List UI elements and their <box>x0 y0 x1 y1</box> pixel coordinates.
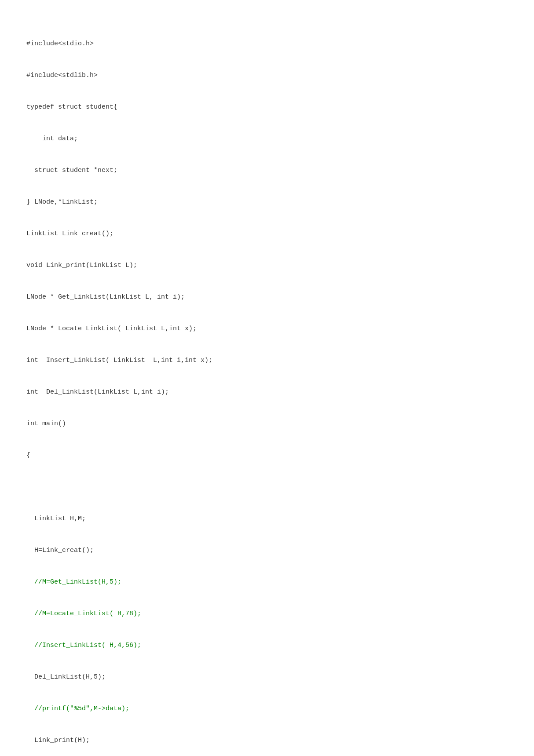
code-line-19: //M=Locate_LinkList( H,78); <box>26 609 508 619</box>
code-editor: #include<stdio.h> #include<stdlib.h> typ… <box>0 0 534 756</box>
code-line-9: LNode * Get_LinkList(LinkList L, int i); <box>26 292 508 303</box>
code-line-17: H=Link_creat(); <box>26 545 508 556</box>
code-line-13: int main() <box>26 419 508 429</box>
code-line-6: } LNode,*LinkList; <box>26 197 508 208</box>
code-line-22: //printf("%5d",M->data); <box>26 704 508 714</box>
code-line-7: LinkList Link_creat(); <box>26 229 508 239</box>
code-line-20: //Insert_LinkList( H,4,56); <box>26 640 508 651</box>
code-line-5: struct student *next; <box>26 165 508 176</box>
code-line-4: int data; <box>26 134 508 144</box>
code-line-11: int Insert_LinkList( LinkList L,int i,in… <box>26 355 508 366</box>
code-line-8: void Link_print(LinkList L); <box>26 260 508 271</box>
code-line-15 <box>26 482 508 493</box>
code-line-2: #include<stdlib.h> <box>26 70 508 81</box>
code-line-23: Link_print(H); <box>26 735 508 746</box>
code-line-21: Del_LinkList(H,5); <box>26 672 508 683</box>
code-line-16: LinkList H,M; <box>26 514 508 524</box>
code-line-12: int Del_LinkList(LinkList L,int i); <box>26 387 508 398</box>
code-line-3: typedef struct student{ <box>26 102 508 113</box>
code-line-10: LNode * Locate_LinkList( LinkList L,int … <box>26 324 508 334</box>
code-line-18: //M=Get_LinkList(H,5); <box>26 577 508 588</box>
code-line-1: #include<stdio.h> <box>26 39 508 49</box>
code-line-14: { <box>26 450 508 461</box>
